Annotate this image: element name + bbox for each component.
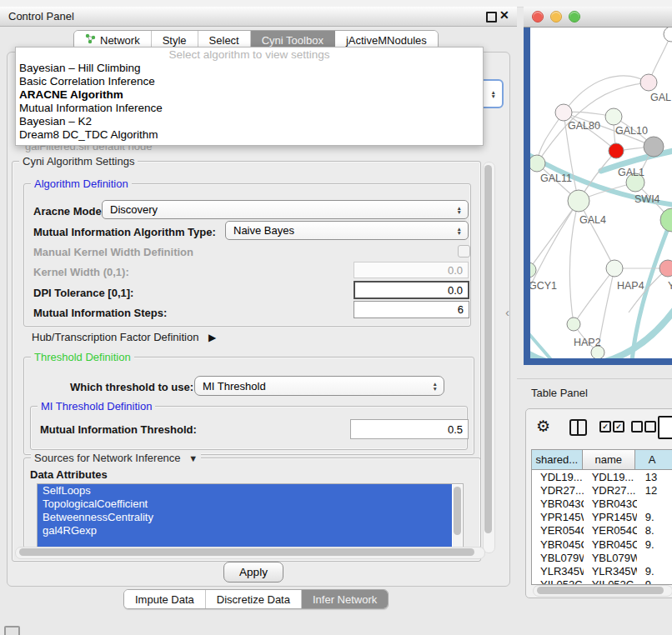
table-cell: 8. xyxy=(637,524,672,537)
combo-stepper-icon: ▲▼ xyxy=(457,226,462,235)
control-panel-titlebar xyxy=(0,7,517,27)
algorithm-option-bayesian-k2[interactable]: Bayesian – K2 xyxy=(16,115,483,128)
algorithm-placeholder: Select algorithm to view settings xyxy=(16,48,483,62)
tab-impute-data-label: Impute Data xyxy=(135,593,194,606)
table-cell: 13 xyxy=(637,471,672,483)
network-node[interactable] xyxy=(555,104,572,121)
table-cell: YBR045C xyxy=(584,538,637,551)
minimized-panel-chip[interactable] xyxy=(4,626,20,635)
network-node[interactable] xyxy=(609,143,624,158)
which-threshold-combo[interactable]: MI Threshold ▲▼ xyxy=(194,376,444,396)
network-node[interactable] xyxy=(664,28,672,42)
sources-title: Sources for Network Inference xyxy=(34,452,181,464)
network-node[interactable] xyxy=(567,318,580,331)
node-label-gcy1: GCY1 xyxy=(530,280,557,292)
table-row[interactable]: YER054CYER054C8. xyxy=(532,524,672,538)
sources-toggle[interactable]: Sources for Network Inference ▼ xyxy=(31,452,201,464)
aracne-mode-label: Aracne Mode: xyxy=(33,205,105,218)
table-panel: ⚙ ✓ ✓ shared...nameA YDL19...YDL19...13Y… xyxy=(525,408,672,598)
attribute-gal4rgexp[interactable]: gal4RGexp xyxy=(38,524,452,538)
network-view-window[interactable]: GALGAL80GAL10GAL1GAL11SWI4GAL4GCY1HAP4YH… xyxy=(524,7,672,365)
settings-vertical-scrollbar[interactable] xyxy=(483,162,495,553)
float-window-icon[interactable] xyxy=(486,12,497,22)
algorithm-option-dream8-dc-tdc-algorithm[interactable]: Dream8 DC_TDC Algorithm xyxy=(16,128,483,142)
table-row[interactable]: YDR27...YDR27...12 xyxy=(532,483,672,497)
dpi-tolerance-field[interactable]: 0.0 xyxy=(354,281,469,299)
cyni-settings-title: Cyni Algorithm Settings xyxy=(19,155,138,168)
apply-button[interactable]: Apply xyxy=(223,562,283,582)
zoom-window-icon[interactable] xyxy=(569,11,580,22)
network-window-titlebar[interactable] xyxy=(524,7,672,28)
tab-discretize-data[interactable]: Discretize Data xyxy=(206,590,302,608)
expanded-arrow-icon: ▼ xyxy=(188,453,198,463)
tab-cyni-toolbox-label: Cyni Toolbox xyxy=(262,34,323,47)
attributes-scrollbar[interactable] xyxy=(453,485,462,547)
tab-network-label: Network xyxy=(100,34,140,47)
panel-divider-grip[interactable]: ‹ xyxy=(505,305,509,319)
node-table[interactable]: shared...nameA YDL19...YDL19...13YDR27..… xyxy=(531,449,672,585)
settings-horizontal-scrollbar[interactable] xyxy=(15,547,485,559)
hub-definition-toggle[interactable]: Hub/Transcription Factor Definition ▶ xyxy=(32,331,216,343)
table-row[interactable]: YDL19...YDL19...13 xyxy=(532,470,672,483)
attribute-topologicalcoefficient[interactable]: TopologicalCoefficient xyxy=(38,498,452,511)
network-node[interactable] xyxy=(640,74,657,91)
node-label-gal10: GAL10 xyxy=(615,125,648,137)
network-node[interactable] xyxy=(605,108,622,125)
attribute-selfloops[interactable]: SelfLoops xyxy=(38,484,452,498)
algorithm-option-bayesian-hill-climbing[interactable]: Bayesian – Hill Climbing xyxy=(16,62,483,75)
mi-steps-field[interactable]: 6 xyxy=(354,301,469,318)
column-header-name[interactable]: name xyxy=(583,450,635,470)
close-panel-icon[interactable]: ✕ xyxy=(499,8,509,22)
mi-threshold-group-title: MI Threshold Definition xyxy=(38,400,155,412)
network-node[interactable] xyxy=(530,155,545,172)
table-cell: YBL079W xyxy=(532,552,584,564)
table-cell: YPR145W xyxy=(584,511,637,523)
table-row[interactable]: YBR045CYBR045C9. xyxy=(532,538,672,551)
column-header-shared[interactable]: shared... xyxy=(532,450,583,470)
mi-steps-label: Mutual Information Steps: xyxy=(33,307,167,319)
network-canvas[interactable]: GALGAL80GAL10GAL1GAL11SWI4GAL4GCY1HAP4YH… xyxy=(530,28,672,358)
settings-hscroll-thumb[interactable] xyxy=(19,548,474,556)
threshold-definition-title: Threshold Definition xyxy=(31,351,134,363)
table-cell: YPR145W xyxy=(532,511,584,523)
network-node[interactable] xyxy=(644,137,664,157)
table-row[interactable]: YIL052CYIL052C9 xyxy=(532,578,672,586)
table-row[interactable]: YPR145WYPR145W9. xyxy=(532,511,672,524)
mi-algorithm-type-combo[interactable]: Naive Bayes ▲▼ xyxy=(225,221,469,240)
table-panel-divider xyxy=(517,378,672,379)
document-icon[interactable] xyxy=(658,416,672,439)
attribute-betweennesscentrality[interactable]: BetweennessCentrality xyxy=(38,511,452,524)
settings-scroll-thumb[interactable] xyxy=(484,165,492,533)
network-node[interactable] xyxy=(568,190,589,212)
table-row[interactable]: YLR345WYLR345W9. xyxy=(532,564,672,578)
node-label-gal: GAL xyxy=(650,92,671,103)
gear-icon[interactable]: ⚙ xyxy=(536,417,550,435)
network-node[interactable] xyxy=(659,260,672,277)
algorithm-option-aracne-algorithm[interactable]: ARACNE Algorithm xyxy=(16,88,483,102)
manual-kernel-checkbox[interactable] xyxy=(458,245,470,258)
table-row[interactable]: YBL079WYBL079W xyxy=(532,551,672,564)
table-hscroll-thumb[interactable] xyxy=(537,587,664,594)
unchecked-checkbox-icon[interactable] xyxy=(631,421,643,432)
tab-impute-data[interactable]: Impute Data xyxy=(124,590,206,608)
tab-infer-network[interactable]: Infer Network xyxy=(302,590,388,608)
table-horizontal-scrollbar[interactable] xyxy=(533,585,672,597)
mi-threshold-field[interactable]: 0.5 xyxy=(350,419,469,439)
network-node[interactable] xyxy=(660,208,672,232)
split-view-icon[interactable] xyxy=(569,419,587,436)
kernel-width-field[interactable]: 0.0 xyxy=(354,262,469,278)
network-node[interactable] xyxy=(606,260,623,277)
algorithm-option-mutual-information-inference[interactable]: Mutual Information Inference xyxy=(16,102,483,115)
minimize-window-icon[interactable] xyxy=(550,11,562,22)
close-window-icon[interactable] xyxy=(532,11,544,22)
algorithm-option-basic-correlation-inference[interactable]: Basic Correlation Inference xyxy=(16,75,483,88)
data-attributes-list[interactable]: SelfLoopsTopologicalCoefficientBetweenne… xyxy=(37,483,464,548)
column-header-a[interactable]: A xyxy=(635,450,672,470)
attributes-scroll-thumb[interactable] xyxy=(454,487,461,535)
unchecked-checkbox-icon[interactable] xyxy=(644,421,656,432)
data-attributes-label: Data Attributes xyxy=(30,468,108,481)
table-row[interactable]: YBR043CYBR043C xyxy=(532,497,672,510)
checked-checkbox-icon[interactable]: ✓ xyxy=(613,421,624,432)
checked-checkbox-icon[interactable]: ✓ xyxy=(599,421,611,432)
aracne-mode-combo[interactable]: Discovery ▲▼ xyxy=(102,200,469,219)
